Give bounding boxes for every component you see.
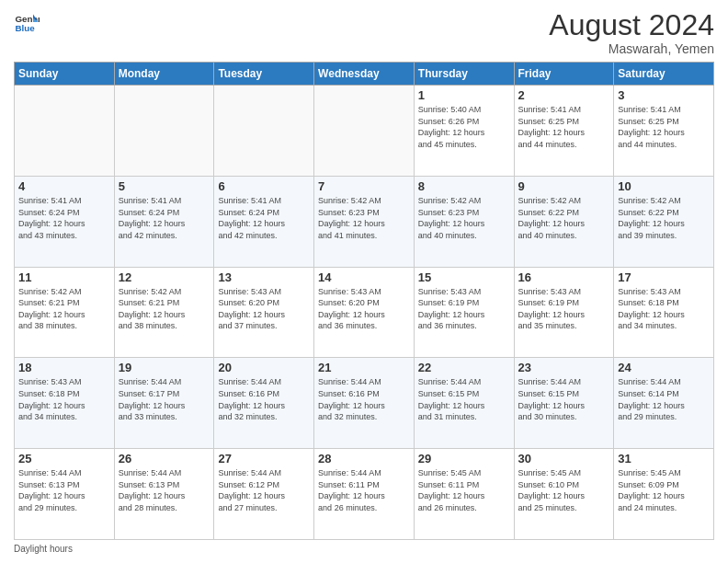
calendar-cell: 5Sunrise: 5:41 AM Sunset: 6:24 PM Daylig… (114, 176, 214, 267)
day-number: 21 (318, 361, 410, 374)
calendar-cell: 9Sunrise: 5:42 AM Sunset: 6:22 PM Daylig… (514, 176, 614, 267)
day-number: 2 (518, 88, 610, 102)
calendar-cell: 30Sunrise: 5:45 AM Sunset: 6:10 PM Dayli… (514, 449, 614, 540)
calendar-cell: 15Sunrise: 5:43 AM Sunset: 6:19 PM Dayli… (414, 267, 514, 358)
calendar-table: SundayMondayTuesdayWednesdayThursdayFrid… (14, 62, 714, 540)
calendar-cell: 6Sunrise: 5:41 AM Sunset: 6:24 PM Daylig… (214, 176, 314, 267)
day-number: 28 (318, 452, 410, 465)
day-info: Sunrise: 5:45 AM Sunset: 6:10 PM Dayligh… (518, 467, 610, 513)
calendar-cell: 20Sunrise: 5:44 AM Sunset: 6:16 PM Dayli… (214, 358, 314, 449)
calendar-cell: 31Sunrise: 5:45 AM Sunset: 6:09 PM Dayli… (614, 449, 714, 540)
day-number: 31 (618, 452, 710, 465)
calendar-cell: 21Sunrise: 5:44 AM Sunset: 6:16 PM Dayli… (314, 358, 415, 449)
calendar-cell (114, 86, 214, 177)
day-info: Sunrise: 5:44 AM Sunset: 6:15 PM Dayligh… (518, 376, 610, 422)
calendar-cell: 16Sunrise: 5:43 AM Sunset: 6:19 PM Dayli… (514, 267, 614, 358)
day-number: 6 (218, 179, 310, 193)
day-info: Sunrise: 5:41 AM Sunset: 6:25 PM Dayligh… (618, 104, 710, 150)
calendar-cell: 25Sunrise: 5:44 AM Sunset: 6:13 PM Dayli… (15, 449, 115, 540)
calendar-cell: 23Sunrise: 5:44 AM Sunset: 6:15 PM Dayli… (514, 358, 614, 449)
calendar-cell: 1Sunrise: 5:40 AM Sunset: 6:26 PM Daylig… (414, 86, 514, 177)
day-number: 8 (418, 179, 510, 193)
day-number: 18 (18, 361, 110, 374)
day-number: 30 (518, 452, 610, 465)
day-number: 3 (618, 88, 710, 102)
day-info: Sunrise: 5:43 AM Sunset: 6:18 PM Dayligh… (18, 376, 110, 422)
daylight-label: Daylight hours (14, 544, 73, 554)
page: General Blue August 2024 Maswarah, Yemen… (0, 0, 728, 563)
subtitle: Maswarah, Yemen (549, 41, 714, 56)
day-info: Sunrise: 5:45 AM Sunset: 6:09 PM Dayligh… (618, 467, 710, 513)
calendar-cell: 18Sunrise: 5:43 AM Sunset: 6:18 PM Dayli… (15, 358, 115, 449)
day-info: Sunrise: 5:45 AM Sunset: 6:11 PM Dayligh… (418, 467, 510, 513)
calendar-cell: 10Sunrise: 5:42 AM Sunset: 6:22 PM Dayli… (614, 176, 714, 267)
day-info: Sunrise: 5:42 AM Sunset: 6:23 PM Dayligh… (318, 195, 410, 241)
week-row-5: 25Sunrise: 5:44 AM Sunset: 6:13 PM Dayli… (15, 449, 714, 540)
week-row-2: 4Sunrise: 5:41 AM Sunset: 6:24 PM Daylig… (15, 176, 714, 267)
calendar-cell: 13Sunrise: 5:43 AM Sunset: 6:20 PM Dayli… (214, 267, 314, 358)
day-info: Sunrise: 5:43 AM Sunset: 6:19 PM Dayligh… (418, 286, 510, 332)
day-number: 20 (218, 361, 310, 374)
day-info: Sunrise: 5:44 AM Sunset: 6:16 PM Dayligh… (218, 376, 310, 422)
header-friday: Friday (514, 63, 614, 86)
day-info: Sunrise: 5:42 AM Sunset: 6:21 PM Dayligh… (119, 286, 210, 332)
calendar-cell: 14Sunrise: 5:43 AM Sunset: 6:20 PM Dayli… (314, 267, 415, 358)
day-info: Sunrise: 5:44 AM Sunset: 6:16 PM Dayligh… (318, 376, 410, 422)
week-row-1: 1Sunrise: 5:40 AM Sunset: 6:26 PM Daylig… (15, 86, 714, 177)
calendar-cell: 27Sunrise: 5:44 AM Sunset: 6:12 PM Dayli… (214, 449, 314, 540)
day-number: 9 (518, 179, 610, 193)
day-info: Sunrise: 5:43 AM Sunset: 6:19 PM Dayligh… (518, 286, 610, 332)
calendar-cell: 4Sunrise: 5:41 AM Sunset: 6:24 PM Daylig… (15, 176, 115, 267)
day-info: Sunrise: 5:41 AM Sunset: 6:24 PM Dayligh… (218, 195, 310, 241)
day-number: 11 (18, 270, 110, 284)
calendar-cell: 24Sunrise: 5:44 AM Sunset: 6:14 PM Dayli… (614, 358, 714, 449)
header: General Blue August 2024 Maswarah, Yemen (14, 9, 714, 56)
day-number: 29 (418, 452, 510, 465)
svg-text:Blue: Blue (15, 23, 35, 33)
day-number: 10 (618, 179, 710, 193)
day-info: Sunrise: 5:42 AM Sunset: 6:22 PM Dayligh… (618, 195, 710, 241)
calendar-cell: 2Sunrise: 5:41 AM Sunset: 6:25 PM Daylig… (514, 86, 614, 177)
calendar-cell: 7Sunrise: 5:42 AM Sunset: 6:23 PM Daylig… (314, 176, 415, 267)
day-number: 14 (318, 270, 410, 284)
day-info: Sunrise: 5:40 AM Sunset: 6:26 PM Dayligh… (418, 104, 510, 150)
day-info: Sunrise: 5:42 AM Sunset: 6:21 PM Dayligh… (18, 286, 110, 332)
footer: Daylight hours (14, 544, 714, 554)
logo: General Blue (14, 9, 40, 35)
calendar-cell: 29Sunrise: 5:45 AM Sunset: 6:11 PM Dayli… (414, 449, 514, 540)
header-sunday: Sunday (15, 63, 115, 86)
day-info: Sunrise: 5:43 AM Sunset: 6:18 PM Dayligh… (618, 286, 710, 332)
day-info: Sunrise: 5:44 AM Sunset: 6:15 PM Dayligh… (418, 376, 510, 422)
day-number: 19 (119, 361, 210, 374)
day-number: 24 (618, 361, 710, 374)
day-info: Sunrise: 5:43 AM Sunset: 6:20 PM Dayligh… (318, 286, 410, 332)
day-info: Sunrise: 5:44 AM Sunset: 6:13 PM Dayligh… (119, 467, 210, 513)
calendar-cell (15, 86, 115, 177)
day-number: 4 (18, 179, 110, 193)
header-saturday: Saturday (614, 63, 714, 86)
calendar-cell: 22Sunrise: 5:44 AM Sunset: 6:15 PM Dayli… (414, 358, 514, 449)
header-wednesday: Wednesday (314, 63, 415, 86)
calendar-cell: 12Sunrise: 5:42 AM Sunset: 6:21 PM Dayli… (114, 267, 214, 358)
title-block: August 2024 Maswarah, Yemen (549, 9, 714, 56)
day-number: 15 (418, 270, 510, 284)
header-thursday: Thursday (414, 63, 514, 86)
day-number: 7 (318, 179, 410, 193)
logo-icon: General Blue (14, 9, 40, 35)
day-number: 5 (119, 179, 210, 193)
day-info: Sunrise: 5:41 AM Sunset: 6:24 PM Dayligh… (119, 195, 210, 241)
calendar-cell (214, 86, 314, 177)
day-info: Sunrise: 5:41 AM Sunset: 6:25 PM Dayligh… (518, 104, 610, 150)
week-row-4: 18Sunrise: 5:43 AM Sunset: 6:18 PM Dayli… (15, 358, 714, 449)
calendar-header-row: SundayMondayTuesdayWednesdayThursdayFrid… (15, 63, 714, 86)
day-info: Sunrise: 5:43 AM Sunset: 6:20 PM Dayligh… (218, 286, 310, 332)
day-number: 23 (518, 361, 610, 374)
calendar-cell: 19Sunrise: 5:44 AM Sunset: 6:17 PM Dayli… (114, 358, 214, 449)
day-info: Sunrise: 5:41 AM Sunset: 6:24 PM Dayligh… (18, 195, 110, 241)
day-number: 13 (218, 270, 310, 284)
calendar-cell: 8Sunrise: 5:42 AM Sunset: 6:23 PM Daylig… (414, 176, 514, 267)
calendar-cell: 28Sunrise: 5:44 AM Sunset: 6:11 PM Dayli… (314, 449, 415, 540)
calendar-cell: 11Sunrise: 5:42 AM Sunset: 6:21 PM Dayli… (15, 267, 115, 358)
day-number: 17 (618, 270, 710, 284)
main-title: August 2024 (549, 9, 714, 41)
